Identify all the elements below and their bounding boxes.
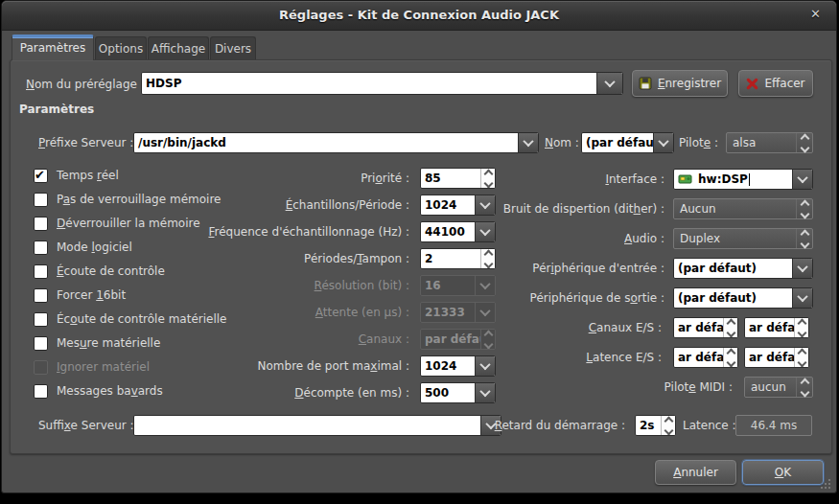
checkbox-verbose[interactable]	[34, 384, 48, 399]
interface-value-wrap[interactable]: hw:DSP	[674, 170, 792, 189]
timeout-value[interactable]: 500	[421, 383, 475, 402]
driver-combo[interactable]: alsa	[726, 132, 813, 153]
server-prefix-combo[interactable]: /usr/bin/jackd	[133, 132, 539, 153]
updown-arrows[interactable]	[796, 133, 812, 152]
spin-buttons[interactable]	[661, 416, 675, 435]
save-button[interactable]: Enregistrer	[632, 70, 728, 97]
start-delay-spinbox[interactable]: 2s	[635, 415, 676, 436]
checkbox-temps-reel[interactable]	[34, 169, 48, 183]
maxports-value[interactable]: 1024	[421, 356, 475, 376]
priority-label: Priorité :	[361, 172, 409, 185]
checkbox-softmode[interactable]	[34, 241, 48, 255]
dither-combo[interactable]: Aucun	[673, 198, 813, 219]
preset-name-combo[interactable]: HDSP	[141, 72, 623, 95]
checkbox-label: Forcer 16bit	[57, 288, 126, 302]
priority-spinbox[interactable]: 85	[420, 168, 496, 189]
indevice-label: Périphérique d'entrée :	[532, 262, 664, 275]
dither-value: Aucun	[674, 199, 796, 218]
chevron-down-icon	[726, 328, 735, 337]
start-delay-value[interactable]: 2s	[636, 416, 661, 435]
ok-button[interactable]: OK	[742, 460, 824, 485]
indevice-value[interactable]: (par défaut)	[674, 259, 792, 278]
indevice-combo[interactable]: (par défaut)	[673, 258, 813, 279]
chevron-down-icon	[604, 77, 615, 87]
maxports-combo[interactable]: 1024	[420, 355, 496, 377]
out-channels-spinbox[interactable]: ar défaut)	[744, 317, 809, 338]
priority-value[interactable]: 85	[421, 169, 480, 188]
in-channels-spinbox[interactable]: ar défaut)	[673, 317, 738, 338]
save-button-label: Enregistrer	[658, 77, 721, 90]
server-prefix-value[interactable]: /usr/bin/jackd	[134, 133, 518, 152]
checkbox-hw-monitor[interactable]	[34, 312, 48, 327]
periods-value[interactable]: 2	[421, 249, 480, 268]
server-prefix-label: Préfixe Serveur :	[38, 136, 133, 149]
server-name-label: Nom :	[545, 136, 579, 149]
spin-buttons[interactable]	[480, 249, 495, 268]
outdevice-combo[interactable]: (par défaut)	[673, 287, 813, 309]
midi-driver-combo[interactable]: aucun	[744, 377, 813, 398]
checkbox-force16bit[interactable]	[34, 288, 48, 303]
dropdown-button[interactable]	[653, 133, 673, 152]
checkbox-label: Déverrouiller la mémoire	[57, 217, 200, 230]
cancel-button[interactable]: Annuler	[655, 460, 736, 485]
audio-combo[interactable]: Duplex	[673, 228, 813, 249]
server-name-value[interactable]: (par défaut)	[582, 133, 653, 152]
spin-buttons[interactable]	[480, 169, 495, 188]
checkbox-label: Écoute de contrôle matérielle	[57, 312, 226, 326]
wait-value: 21333	[421, 303, 475, 322]
frames-value[interactable]: 1024	[421, 195, 475, 215]
server-name-combo[interactable]: (par défaut)	[581, 132, 674, 153]
spin-buttons[interactable]	[794, 348, 808, 367]
in-channels-value[interactable]: ar défaut)	[674, 318, 723, 337]
delete-button[interactable]: Effacer	[738, 70, 813, 97]
wordlength-combo: 16	[420, 275, 496, 296]
dropdown-button[interactable]	[518, 133, 538, 152]
tab-divers[interactable]: Divers	[210, 36, 256, 59]
dropdown-button[interactable]	[792, 288, 812, 308]
timeout-combo[interactable]: 500	[420, 382, 496, 403]
delete-button-label: Effacer	[764, 77, 804, 90]
resize-grip[interactable]	[820, 478, 831, 490]
dropdown-button[interactable]	[475, 222, 495, 241]
dropdown-button[interactable]	[475, 383, 495, 402]
out-latency-spinbox[interactable]: ar défaut)	[744, 347, 809, 368]
spin-buttons[interactable]	[794, 318, 808, 337]
checkbox-monitor[interactable]	[34, 264, 48, 279]
chevron-down-icon	[479, 279, 490, 289]
dropdown-button[interactable]	[475, 356, 495, 376]
updown-arrows[interactable]	[796, 378, 812, 397]
chevron-down-icon	[479, 306, 490, 316]
dropdown-button[interactable]	[792, 170, 812, 189]
checkbox-no-memlock[interactable]	[34, 193, 48, 207]
out-channels-value[interactable]: ar défaut)	[745, 318, 794, 337]
tab-affichage[interactable]: Affichage	[148, 36, 209, 59]
dropdown-button[interactable]	[475, 195, 495, 215]
chevron-up-icon	[483, 330, 493, 339]
dropdown-button[interactable]	[792, 259, 812, 278]
titlebar[interactable]: Réglages - Kit de Connexion Audio JACK ✕	[2, 1, 836, 31]
preset-name-value[interactable]: HDSP	[142, 73, 596, 94]
checkbox-hw-meter[interactable]	[34, 336, 48, 351]
wait-label: Attente (en µs) :	[315, 306, 409, 319]
preset-dropdown-button[interactable]	[596, 73, 622, 94]
server-suffix-combo[interactable]	[133, 415, 501, 436]
updown-arrows[interactable]	[796, 229, 812, 248]
tab-options[interactable]: Options	[95, 36, 147, 59]
tab-parametres[interactable]: Paramètres	[12, 34, 94, 60]
out-latency-value[interactable]: ar défaut)	[745, 348, 794, 367]
close-icon[interactable]: ✕	[810, 7, 821, 21]
samplerate-combo[interactable]: 44100	[420, 221, 496, 242]
in-latency-value[interactable]: ar défaut)	[674, 348, 723, 367]
updown-arrows[interactable]	[796, 199, 812, 218]
spin-buttons[interactable]	[723, 318, 737, 337]
interface-combo[interactable]: hw:DSP	[673, 169, 813, 190]
checkbox-unlock-mem[interactable]	[34, 217, 48, 231]
samplerate-value[interactable]: 44100	[421, 222, 475, 241]
server-suffix-value[interactable]	[134, 416, 480, 435]
frames-combo[interactable]: 1024	[420, 195, 496, 216]
in-latency-spinbox[interactable]: ar défaut)	[673, 347, 738, 368]
periods-spinbox[interactable]: 2	[420, 248, 496, 269]
outdevice-value[interactable]: (par défaut)	[674, 288, 792, 308]
window-title: Réglages - Kit de Connexion Audio JACK	[2, 8, 836, 22]
spin-buttons[interactable]	[723, 348, 737, 367]
